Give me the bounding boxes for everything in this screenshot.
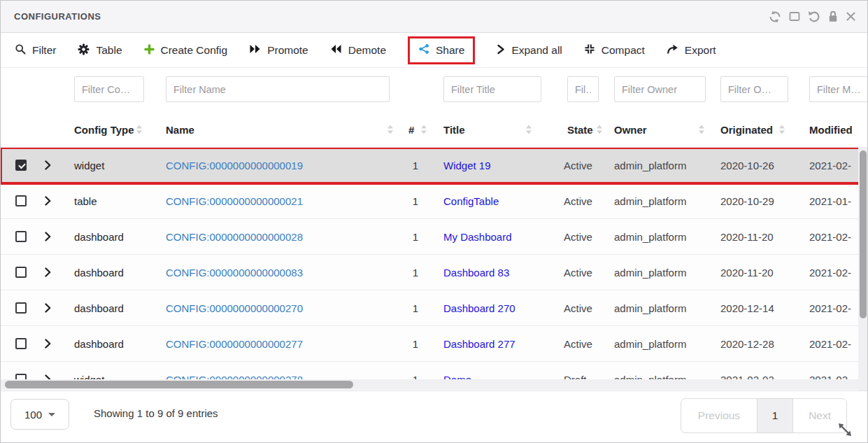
toolbar: Filter Table Create Config Promote Demot… [1,34,867,68]
owner-cell: admin_platform [614,160,686,171]
config-name-link[interactable]: CONFIG:0000000000000270 [166,302,303,314]
double-arrow-left-icon [330,44,342,57]
close-icon[interactable] [846,11,856,22]
filter-name-input[interactable] [166,76,390,102]
config-type-cell: widget [74,160,104,171]
table-button-label: Table [96,44,122,57]
page-size-dropdown[interactable]: 100 [10,399,69,430]
config-type-cell: dashboard [74,267,124,279]
title-link[interactable]: ConfigTable [443,195,499,207]
column-header-title[interactable]: Title [443,123,465,135]
filter-originated-input[interactable] [720,76,788,102]
row-checkbox[interactable] [15,302,27,314]
table-row[interactable]: table CONFIG:0000000000000021 1 ConfigTa… [1,183,867,219]
chevron-right-icon [497,44,505,57]
config-name-link[interactable]: CONFIG:0000000000000083 [166,267,303,279]
table-row[interactable]: dashboard CONFIG:0000000000000028 1 My D… [1,219,867,255]
title-link[interactable]: Dashboard 277 [443,338,515,350]
create-config-button[interactable]: Create Config [144,44,228,57]
column-header-count[interactable]: # [408,123,414,135]
compact-button[interactable]: Compact [584,43,645,57]
refresh-icon[interactable] [769,10,781,23]
resize-handle-icon[interactable] [836,421,854,439]
filter-title-input[interactable] [443,76,541,102]
previous-page-button[interactable]: Previous [681,399,757,433]
horizontal-scrollbar-thumb[interactable] [5,381,353,388]
expand-row-icon[interactable] [45,232,51,241]
sort-icon-count[interactable] [421,125,427,134]
row-checkbox[interactable] [15,338,27,349]
sort-icon-name[interactable] [387,125,394,134]
current-page-button[interactable]: 1 [757,399,793,433]
share-button-label: Share [436,44,464,57]
demote-button-label: Demote [348,44,386,57]
table-row[interactable]: dashboard CONFIG:0000000000000277 1 Dash… [1,326,867,362]
table-button[interactable]: Table [78,43,122,58]
column-header-originated[interactable]: Originated [720,123,773,135]
state-cell: Active [564,302,592,314]
title-link[interactable]: Dashboard 270 [443,302,515,314]
owner-cell: admin_platform [614,267,686,279]
filter-owner-input[interactable] [614,76,706,102]
export-button[interactable]: Export [667,44,716,57]
column-header-config-type[interactable]: Config Type [74,123,134,135]
expand-row-icon[interactable] [45,303,51,313]
title-link[interactable]: Widget 19 [443,160,491,171]
sort-icon-title[interactable] [526,125,532,134]
table-row[interactable]: dashboard CONFIG:0000000000000083 1 Dash… [1,255,867,290]
column-header-modified[interactable]: Modified [809,123,853,135]
configurations-panel: CONFIGURATIONS Filter Ta [0,0,868,443]
chevron-down-icon [48,413,55,416]
table-row[interactable]: widget CONFIG:0000000000000019 1 Widget … [1,148,867,183]
column-header-name[interactable]: Name [166,123,194,135]
vertical-scrollbar-thumb[interactable] [860,150,867,318]
expand-row-icon[interactable] [45,267,51,277]
expand-row-icon[interactable] [45,160,51,170]
table-row[interactable]: dashboard CONFIG:0000000000000270 1 Dash… [1,290,867,326]
owner-cell: admin_platform [614,231,686,243]
compress-icon [584,43,595,57]
filter-config-type-input[interactable] [74,76,144,102]
config-name-link[interactable]: CONFIG:0000000000000019 [166,160,303,171]
horizontal-scrollbar[interactable] [1,379,858,390]
sort-icon-state[interactable] [597,125,603,134]
sort-icon-originated[interactable] [779,125,785,134]
pagination: Previous 1 Next [681,398,847,433]
column-header-owner[interactable]: Owner [614,123,647,135]
sort-icon-config-type[interactable] [136,125,143,134]
config-name-link[interactable]: CONFIG:0000000000000277 [166,338,303,350]
row-checkbox[interactable] [15,231,27,242]
state-cell: Active [564,338,592,350]
filter-state-input[interactable] [567,76,599,102]
page-title: CONFIGURATIONS [14,11,101,22]
export-button-label: Export [685,44,716,57]
column-header-state[interactable]: State [567,123,593,135]
originated-cell: 2020-12-14 [720,302,774,314]
undo-icon[interactable] [808,10,820,22]
count-cell: 1 [396,267,418,279]
row-checkbox[interactable] [15,160,27,171]
create-config-button-label: Create Config [161,44,228,57]
share-button[interactable]: Share [408,36,475,64]
config-name-link[interactable]: CONFIG:0000000000000021 [166,195,303,207]
expand-row-icon[interactable] [45,196,51,206]
expand-row-icon[interactable] [45,339,51,349]
filter-button[interactable]: Filter [15,43,56,57]
footer: 100 Showing 1 to 9 of 9 entries Previous… [1,391,867,442]
title-link[interactable]: My Dashboard [443,231,512,243]
lock-icon[interactable] [828,10,838,22]
sort-icon-owner[interactable] [699,125,705,134]
filter-row [1,68,867,111]
title-link[interactable]: Dashboard 83 [443,267,509,279]
row-checkbox[interactable] [15,195,27,206]
vertical-scrollbar[interactable] [858,147,867,391]
owner-cell: admin_platform [614,338,686,350]
promote-button[interactable]: Promote [249,44,308,57]
row-checkbox[interactable] [15,267,27,278]
config-name-link[interactable]: CONFIG:0000000000000028 [166,231,303,243]
modified-cell: 2021-02- [809,231,851,243]
filter-modified-input[interactable] [809,76,868,102]
expand-all-button[interactable]: Expand all [497,44,562,57]
demote-button[interactable]: Demote [330,44,386,57]
maximize-icon[interactable] [789,11,800,22]
